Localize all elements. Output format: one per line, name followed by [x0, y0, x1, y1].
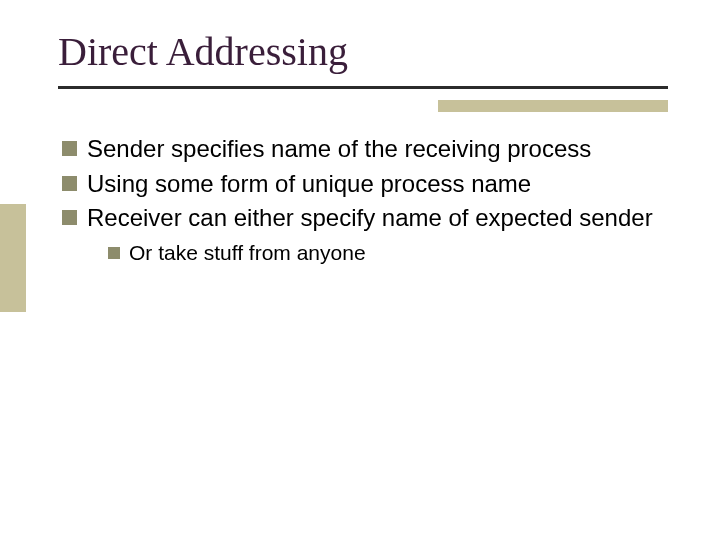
list-item-text: Sender specifies name of the receiving p…: [87, 134, 662, 165]
slide-body: Sender specifies name of the receiving p…: [62, 134, 662, 267]
sub-list-item-text: Or take stuff from anyone: [129, 240, 662, 267]
slide: Direct Addressing Sender specifies name …: [0, 0, 720, 540]
side-accent-bar: [0, 204, 26, 312]
list-item-text: Receiver can either specify name of expe…: [87, 203, 662, 234]
sub-list-item: Or take stuff from anyone: [108, 240, 662, 267]
title-underline: [58, 86, 668, 89]
square-bullet-icon: [62, 210, 77, 225]
list-item: Receiver can either specify name of expe…: [62, 203, 662, 234]
list-item: Sender specifies name of the receiving p…: [62, 134, 662, 165]
slide-title: Direct Addressing: [58, 28, 348, 75]
accent-bar: [438, 100, 668, 112]
list-item: Using some form of unique process name: [62, 169, 662, 200]
list-item-text: Using some form of unique process name: [87, 169, 662, 200]
square-bullet-icon: [62, 141, 77, 156]
square-bullet-icon: [62, 176, 77, 191]
square-bullet-icon: [108, 247, 120, 259]
sub-list: Or take stuff from anyone: [108, 240, 662, 267]
